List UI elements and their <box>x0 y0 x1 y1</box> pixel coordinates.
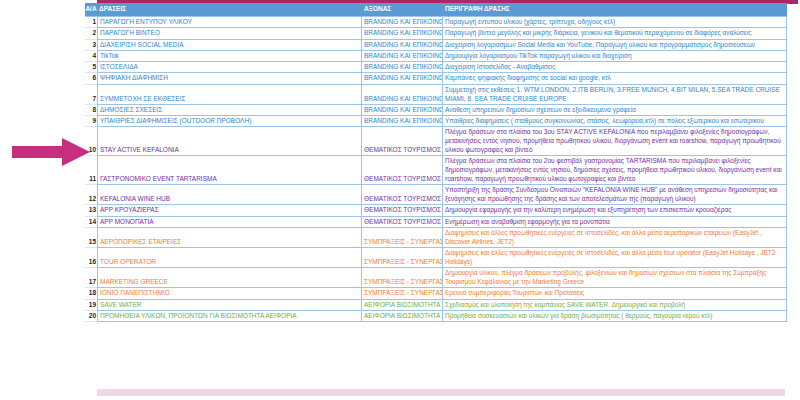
row-number-cell[interactable]: 19 <box>85 300 97 311</box>
axis-cell[interactable]: ΣΥΜΠΡΑΞΕΙΣ - ΣΥΝΕΡΓΑΣΙΕΣ <box>362 228 443 248</box>
table-row: 3 ΔΙΑΧΕΙΡΙΣΗ SOCIAL MEDIA BRANDING ΚΑΙ Ε… <box>85 40 787 51</box>
description-cell[interactable]: Καμπάνιες ψηφιακής διαφήμισης σε social … <box>443 73 787 84</box>
description-cell[interactable]: Πλέγμα δράσεων στα πλαίσια του 2ου φεστι… <box>443 156 787 185</box>
table-row: 16 TOUR OPERATOR ΣΥΜΠΡΑΞΕΙΣ - ΣΥΝΕΡΓΑΣΙΕ… <box>85 248 787 268</box>
action-cell[interactable]: TikTok <box>97 51 362 62</box>
action-cell[interactable]: TOUR OPERATOR <box>97 248 362 268</box>
description-cell[interactable]: Δημιουργία εφαρμογής για την καλύτερη εν… <box>443 205 787 216</box>
axis-cell[interactable]: BRANDING ΚΑΙ ΕΠΙΚΟΙΝΩΝΙΑ <box>362 116 443 127</box>
axis-cell[interactable]: BRANDING ΚΑΙ ΕΠΙΚΟΙΝΩΝΙΑ <box>362 62 443 73</box>
description-cell[interactable]: Διαφημίσεις και άλλες προωθητικές ενέργε… <box>443 248 787 268</box>
row-number-cell[interactable]: 13 <box>85 205 97 216</box>
axis-cell[interactable]: ΑΕΙΦΟΡΙΑ ΒΙΩΣΙΜΟΤΗΤΑ <box>362 311 443 322</box>
description-cell[interactable]: Ερευνα συμπεριφοράς Τουριστών και Προτάσ… <box>443 288 787 299</box>
description-cell[interactable]: Υποστήριξη της δράσης Συνδέσμου Οινοποιώ… <box>443 185 787 205</box>
axis-cell[interactable]: ΑΕΙΦΟΡΙΑ ΒΙΩΣΙΜΟΤΗΤΑ <box>362 300 443 311</box>
row-number-cell[interactable]: 12 <box>85 185 97 205</box>
axis-cell[interactable]: ΘΕΜΑΤΙΚΟΣ ΤΟΥΡΙΣΜΟΣ <box>362 127 443 156</box>
row-number-cell[interactable]: 16 <box>85 248 97 268</box>
action-cell[interactable]: MARKETING GREECE <box>97 268 362 288</box>
table-row: 1 ΠΑΡΑΓΩΓΗ ΕΝΤΥΠΟΥ ΥΛΙΚΟΥ BRANDING ΚΑΙ Ε… <box>85 17 787 28</box>
description-cell[interactable]: Δημιουργία υλικου, πλέγμα δρασεων προβολ… <box>443 268 787 288</box>
actions-table: Α/Α ΔΡΑΣΕΙΣ ΑΞΟΝΑΣ ΠΕΡΙΓΡΑΦΗ ΔΡΑΣΗΣ 1 ΠΑ… <box>85 3 787 322</box>
action-cell[interactable]: ΣΥΜΜΕΤΟΧΗ ΣΕ ΕΚΘΕΣΕΙΣ <box>97 85 362 105</box>
header-index[interactable]: Α/Α <box>85 5 97 14</box>
table-row: 12 KEFALONIA WINE HUB ΘΕΜΑΤΙΚΟΣ ΤΟΥΡΙΣΜΟ… <box>85 185 787 205</box>
table-row: 19 SAVE WATER ΑΕΙΦΟΡΙΑ ΒΙΩΣΙΜΟΤΗΤΑ Σχεδι… <box>85 300 787 311</box>
spreadsheet-view: Α/Α ΔΡΑΣΕΙΣ ΑΞΟΝΑΣ ΠΕΡΙΓΡΑΦΗ ΔΡΑΣΗΣ 1 ΠΑ… <box>0 0 800 400</box>
description-cell[interactable]: Πλέγμα δράσεων στα πλαίσια του 3ου STAY … <box>443 127 787 156</box>
action-cell[interactable]: ΠΑΡΑΓΩΓΗ ΕΝΤΥΠΟΥ ΥΛΙΚΟΥ <box>97 17 362 28</box>
bottom-accent-bar <box>97 389 785 396</box>
description-cell[interactable]: Αναθεση υπηρεσιών δημοσίων σχέσεων σε εξ… <box>443 105 787 116</box>
action-cell[interactable]: ΔΗΜΟΣΙΕΣ ΣΧΕΣΕΙΣ <box>97 105 362 116</box>
action-cell[interactable]: APP ΚΡΟΥΑΖΙΕΡΑΣ <box>97 205 362 216</box>
axis-cell[interactable]: ΘΕΜΑΤΙΚΟΣ ΤΟΥΡΙΣΜΟΣ <box>362 217 443 228</box>
table-row: 10 STAY ACTIVE KEFALONIA ΘΕΜΑΤΙΚΟΣ ΤΟΥΡΙ… <box>85 127 787 156</box>
action-cell[interactable]: ΨΗΦΙΑΚΗ ΔΙΑΦΗΜΙΣΗ <box>97 73 362 84</box>
axis-cell[interactable]: ΣΥΜΠΡΑΞΕΙΣ - ΣΥΝΕΡΓΑΣΙΕΣ <box>362 268 443 288</box>
row-number-cell[interactable]: 15 <box>85 228 97 248</box>
action-cell[interactable]: ΠΡΟΜΗΘΕΙΑ ΥΛΙΚΩΝ, ΠΡΟΪΟΝΤΩΝ ΓΙΑ ΒΙΩΣΙΜΟΤ… <box>97 311 362 322</box>
table-row: 17 MARKETING GREECE ΣΥΜΠΡΑΞΕΙΣ - ΣΥΝΕΡΓΑ… <box>85 268 787 288</box>
axis-cell[interactable]: BRANDING ΚΑΙ ΕΠΙΚΟΙΝΩΝΙΑ <box>362 28 443 39</box>
table-header-row: Α/Α ΔΡΑΣΕΙΣ ΑΞΟΝΑΣ ΠΕΡΙΓΡΑΦΗ ΔΡΑΣΗΣ <box>85 3 787 16</box>
header-description[interactable]: ΠΕΡΙΓΡΑΦΗ ΔΡΑΣΗΣ <box>443 5 787 14</box>
description-cell[interactable]: Σχεδιασμός και υλοποίηση της καμπάνιας S… <box>443 300 787 311</box>
description-cell[interactable]: Υπαίθριες διαφημίσεις ( σταθμούς συγκοιν… <box>443 116 787 127</box>
row-number-cell[interactable]: 18 <box>85 288 97 299</box>
action-cell[interactable]: ΙΟΝΙΟ ΠΑΝΕΠΙΣΤΗΜΙΟ <box>97 288 362 299</box>
axis-cell[interactable]: ΣΥΜΠΡΑΞΕΙΣ - ΣΥΝΕΡΓΑΣΙΕΣ <box>362 288 443 299</box>
axis-cell[interactable]: ΣΥΜΠΡΑΞΕΙΣ - ΣΥΝΕΡΓΑΣΙΕΣ <box>362 248 443 268</box>
row-number-cell[interactable]: 8 <box>85 105 97 116</box>
description-cell[interactable]: Προμήθεια συσκευασιών και υλικών για δρά… <box>443 311 787 322</box>
description-cell[interactable]: Διαχείριση Ιστοσελίδας - Αναβαθμίσεις <box>443 62 787 73</box>
action-cell[interactable]: STAY ACTIVE KEFALONIA <box>97 127 362 156</box>
description-cell[interactable]: Παραγωγή βίντεο μεγάλης και μικρής διάρκ… <box>443 28 787 39</box>
table-row: 14 APP ΜΟΝΟΠΑΤΙΑ ΘΕΜΑΤΙΚΟΣ ΤΟΥΡΙΣΜΟΣ Ενη… <box>85 217 787 228</box>
header-actions[interactable]: ΔΡΑΣΕΙΣ <box>97 5 362 14</box>
table-row: 6 ΨΗΦΙΑΚΗ ΔΙΑΦΗΜΙΣΗ BRANDING ΚΑΙ ΕΠΙΚΟΙΝ… <box>85 73 787 84</box>
action-cell[interactable]: ΔΙΑΧΕΙΡΙΣΗ SOCIAL MEDIA <box>97 40 362 51</box>
action-cell[interactable]: ΑΕΡΟΠΟΡΙΚΕΣ ΕΤΑΙΡΕΙΕΣ <box>97 228 362 248</box>
row-number-cell[interactable]: 2 <box>85 28 97 39</box>
axis-cell[interactable]: ΘΕΜΑΤΙΚΟΣ ΤΟΥΡΙΣΜΟΣ <box>362 156 443 185</box>
axis-cell[interactable]: BRANDING ΚΑΙ ΕΠΙΚΟΙΝΩΝΙΑ <box>362 73 443 84</box>
description-cell[interactable]: Παραγωγή έντυπου υλικου (χάρτες, τρίπτυχ… <box>443 17 787 28</box>
row-number-cell[interactable]: 3 <box>85 40 97 51</box>
description-cell[interactable]: Ενημέρωση και αναβαθμιση εφαρμογής για τ… <box>443 217 787 228</box>
table-row: 7 ΣΥΜΜΕΤΟΧΗ ΣΕ ΕΚΘΕΣΕΙΣ BRANDING ΚΑΙ ΕΠΙ… <box>85 85 787 105</box>
table-row: 20 ΠΡΟΜΗΘΕΙΑ ΥΛΙΚΩΝ, ΠΡΟΪΟΝΤΩΝ ΓΙΑ ΒΙΩΣΙ… <box>85 311 787 322</box>
axis-cell[interactable]: ΘΕΜΑΤΙΚΟΣ ΤΟΥΡΙΣΜΟΣ <box>362 205 443 216</box>
table-row: 2 ΠΑΡΑΓΩΓΗ ΒΙΝΤΕΟ BRANDING ΚΑΙ ΕΠΙΚΟΙΝΩΝ… <box>85 28 787 39</box>
axis-cell[interactable]: BRANDING ΚΑΙ ΕΠΙΚΟΙΝΩΝΙΑ <box>362 51 443 62</box>
highlight-arrow-icon <box>10 137 92 167</box>
row-number-cell[interactable]: 7 <box>85 85 97 105</box>
table-row: 8 ΔΗΜΟΣΙΕΣ ΣΧΕΣΕΙΣ BRANDING ΚΑΙ ΕΠΙΚΟΙΝΩ… <box>85 105 787 116</box>
axis-cell[interactable]: BRANDING ΚΑΙ ΕΠΙΚΟΙΝΩΝΙΑ <box>362 105 443 116</box>
axis-cell[interactable]: ΘΕΜΑΤΙΚΟΣ ΤΟΥΡΙΣΜΟΣ <box>362 185 443 205</box>
row-number-cell[interactable]: 14 <box>85 217 97 228</box>
row-number-cell[interactable]: 20 <box>85 311 97 322</box>
description-cell[interactable]: Συμμετοχή στις εκθέσεις 1. WTM LONDON, 2… <box>443 85 787 105</box>
row-number-cell[interactable]: 17 <box>85 268 97 288</box>
axis-cell[interactable]: BRANDING ΚΑΙ ΕΠΙΚΟΙΝΩΝΙΑ <box>362 40 443 51</box>
row-number-cell[interactable]: 1 <box>85 17 97 28</box>
row-number-cell[interactable]: 4 <box>85 51 97 62</box>
action-cell[interactable]: APP ΜΟΝΟΠΑΤΙΑ <box>97 217 362 228</box>
action-cell[interactable]: KEFALONIA WINE HUB <box>97 185 362 205</box>
row-number-cell[interactable]: 6 <box>85 73 97 84</box>
description-cell[interactable]: Διαφημίσεις και άλλες προωθητικές ενέργε… <box>443 228 787 248</box>
description-cell[interactable]: Διαχείριση λογαριασμων Social Media και … <box>443 40 787 51</box>
action-cell[interactable]: ΙΣΤΟΣΕΛΙΔΑ <box>97 62 362 73</box>
row-number-cell[interactable]: 9 <box>85 116 97 127</box>
row-number-cell[interactable]: 5 <box>85 62 97 73</box>
header-axis[interactable]: ΑΞΟΝΑΣ <box>362 5 443 14</box>
axis-cell[interactable]: BRANDING ΚΑΙ ΕΠΙΚΟΙΝΩΝΙΑ <box>362 17 443 28</box>
action-cell[interactable]: ΠΑΡΑΓΩΓΗ ΒΙΝΤΕΟ <box>97 28 362 39</box>
action-cell[interactable]: SAVE WATER <box>97 300 362 311</box>
description-cell[interactable]: Δημιουργία λογαριασμού TikTok παραγωγή υ… <box>443 51 787 62</box>
action-cell[interactable]: ΓΑΣΤΡΟΝΟΜΙΚΟ EVENT TARTARISMA <box>97 156 362 185</box>
action-cell[interactable]: ΥΠΑΙΘΡΙΕΣ ΔΙΑΦΗΜΙΣΕΙΣ (OUTDOOR ΠΡΟΒΟΛΗ) <box>97 116 362 127</box>
axis-cell[interactable]: BRANDING ΚΑΙ ΕΠΙΚΟΙΝΩΝΙΑ <box>362 85 443 105</box>
